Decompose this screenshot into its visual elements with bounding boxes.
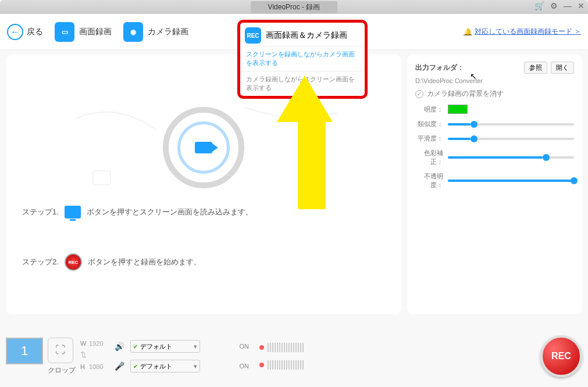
- crop-region-tile[interactable]: 1: [6, 338, 43, 364]
- step2-text: ボタンを押すと録画を始めます。: [88, 257, 201, 267]
- dropdown-header-label: 画面録画＆カメラ録画: [266, 30, 347, 41]
- cart-icon[interactable]: 🛒: [534, 1, 544, 10]
- browse-button[interactable]: 参照: [524, 62, 547, 74]
- crop-label: クロップ: [48, 365, 76, 375]
- step2-rec-icon: REC: [65, 253, 82, 271]
- crop-dimensions: W 1920 ⇅ H 1080: [80, 338, 104, 372]
- camera-record-label: カメラ録画: [148, 27, 188, 37]
- camera-record-mode[interactable]: ◉ カメラ録画: [123, 22, 188, 42]
- speaker-device-select[interactable]: ✔デフォルト▾: [130, 340, 200, 353]
- record-button[interactable]: REC: [540, 335, 582, 377]
- mouse-cursor-icon: ↖: [470, 71, 477, 81]
- screen-record-mode[interactable]: ▭ 画面録画: [55, 22, 112, 42]
- opacity-slider[interactable]: [448, 180, 574, 182]
- gear-icon[interactable]: ⚙: [550, 1, 558, 10]
- step1-screen-icon: [65, 206, 81, 218]
- speaker-toggle[interactable]: ON: [240, 343, 250, 350]
- speaker-level-meter: [259, 343, 304, 352]
- speaker-icon: 🔊: [114, 342, 126, 351]
- opacity-label: 不透明度：: [415, 172, 443, 189]
- smoothness-slider[interactable]: [448, 138, 574, 140]
- bottom-bar: 1 ⛶ クロップ W 1920 ⇅ H 1080 🔊 ✔デフォルト▾ ON 🎤 …: [6, 330, 582, 382]
- output-folder-label: 出力フォルダ：: [415, 63, 464, 73]
- smoothness-label: 平滑度：: [415, 134, 443, 143]
- window-title: VideoProc - 録画: [251, 1, 338, 13]
- step1-text: ボタンを押すとスクリーン画面を読み込みます。: [87, 207, 253, 217]
- mic-icon: 🎤: [114, 361, 126, 371]
- minimize-icon[interactable]: —: [564, 1, 572, 10]
- supported-modes-text: 対応している画面録画録モード ＞: [475, 27, 581, 37]
- camera-glyph-icon: [195, 142, 212, 153]
- back-button[interactable]: ← 戻る: [7, 24, 43, 40]
- screen-icon: ▭: [55, 22, 74, 42]
- supported-modes-link[interactable]: 🔔 対応している画面録画録モード ＞: [464, 27, 581, 37]
- back-arrow-icon: ←: [7, 24, 23, 40]
- crop-icon[interactable]: ⛶: [48, 338, 73, 363]
- dropdown-option-camera-with-screen[interactable]: カメラ録画しながらスクリーン画面を表示する: [240, 71, 365, 96]
- remove-bg-label: カメラ録画の背景を消す: [427, 89, 504, 99]
- output-path: D:\VideoProc Converter: [415, 77, 574, 84]
- close-icon[interactable]: ✕: [578, 1, 585, 10]
- record-preview-inner[interactable]: [177, 121, 230, 174]
- step2-label: ステップ2.: [22, 257, 59, 267]
- mic-level-dot-icon: [259, 363, 264, 367]
- brightness-label: 明度：: [415, 105, 443, 114]
- mic-toggle[interactable]: ON: [240, 363, 250, 370]
- record-preview-ring: [163, 107, 244, 188]
- step1-label: ステップ1.: [22, 207, 59, 217]
- link-dimensions-icon[interactable]: ⇅: [80, 349, 104, 361]
- dropdown-option-screen-with-camera[interactable]: スクリーンを録画しながらカメラ画面を表示する: [240, 46, 365, 71]
- output-settings-panel: 出力フォルダ： 参照 開く D:\VideoProc Converter ✓ カ…: [407, 55, 582, 314]
- bell-icon: 🔔: [464, 28, 472, 36]
- camera-icon: ◉: [123, 22, 143, 42]
- screen-camera-dropdown: REC 画面録画＆カメラ録画 スクリーンを録画しながらカメラ画面を表示する カメ…: [237, 20, 368, 99]
- color-correction-slider[interactable]: [448, 156, 574, 159]
- screen-record-label: 画面録画: [79, 27, 112, 37]
- remove-bg-checkbox[interactable]: ✓: [415, 90, 423, 98]
- similarity-slider[interactable]: [448, 123, 574, 126]
- brightness-swatch[interactable]: [448, 105, 468, 114]
- rec-badge-icon: REC: [245, 27, 261, 44]
- back-label: 戻る: [27, 27, 43, 37]
- similarity-label: 類似度：: [415, 120, 443, 128]
- color-correction-label: 色彩補正：: [415, 149, 443, 166]
- mic-device-select[interactable]: ✔デフォルト▾: [130, 360, 200, 372]
- speaker-level-dot-icon: [259, 345, 264, 350]
- open-button[interactable]: 開く: [551, 62, 574, 74]
- mic-level-meter: [259, 360, 304, 370]
